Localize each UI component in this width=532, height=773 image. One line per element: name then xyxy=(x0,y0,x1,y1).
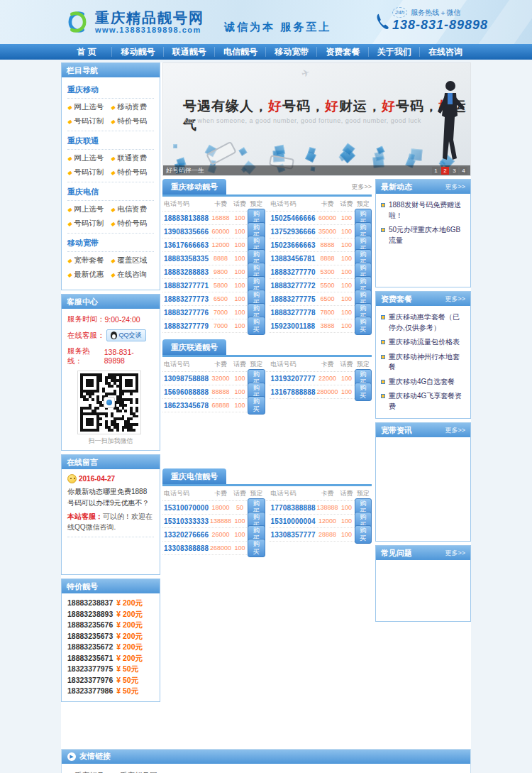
phone-number-link[interactable]: 15023666663 xyxy=(270,241,316,249)
phone-number-link[interactable]: 18883277773 xyxy=(162,295,209,303)
special-number-item[interactable]: 18323377986¥ 50元 xyxy=(67,686,154,697)
phone-number-link[interactable]: 18883813888 xyxy=(162,214,209,222)
special-number-item[interactable]: 18883235672¥ 200元 xyxy=(67,642,154,653)
phone-number-link[interactable]: 13908335666 xyxy=(162,228,209,236)
phone-number-link[interactable]: 15923001188 xyxy=(270,322,316,330)
phone-number-link[interactable]: 18883277771 xyxy=(162,282,209,290)
banner-pager-item[interactable]: 2 xyxy=(441,167,449,175)
sidebar-nav-group-title[interactable]: 重庆电信 xyxy=(67,182,154,201)
main-nav-item[interactable]: 电信靓号 xyxy=(215,44,266,60)
package-item[interactable]: 重庆移动4G自选套餐 xyxy=(380,375,466,390)
main-nav-item[interactable]: 关于我们 xyxy=(369,44,420,60)
sidebar-nav-link[interactable]: ◆网上选号 xyxy=(67,204,111,214)
more-link[interactable]: 更多>> xyxy=(445,423,465,437)
sidebar-nav-link[interactable]: ◆联通资费 xyxy=(111,153,154,163)
special-number-item[interactable]: 18883235673¥ 200元 xyxy=(67,631,154,642)
special-number-item[interactable]: 18883238837¥ 200元 xyxy=(67,598,154,609)
package-item[interactable]: 重庆移动惠学套餐（已停办,仅供参考） xyxy=(380,310,466,335)
sidebar-nav-group-title[interactable]: 重庆移动 xyxy=(67,80,154,99)
phone-number-link[interactable]: 15025466666 xyxy=(270,214,316,222)
special-number-item[interactable]: 18323377976¥ 50元 xyxy=(67,675,154,686)
phone-number-link[interactable]: 18883288883 xyxy=(162,268,209,276)
more-link[interactable]: 更多>> xyxy=(445,180,465,194)
sidebar-nav-link[interactable]: ◆覆盖区域 xyxy=(111,256,154,265)
phone-number-link[interactable]: 13193207777 xyxy=(270,375,316,383)
main-nav-item[interactable]: 首 页 xyxy=(61,44,112,60)
phone-number-link[interactable]: 18883358335 xyxy=(162,255,209,263)
phone-number-link[interactable]: 13320276666 xyxy=(162,531,209,539)
main-nav-item[interactable]: 在线咨询 xyxy=(420,44,471,60)
more-link[interactable]: 更多>> xyxy=(351,182,372,192)
talk-fee-value: 100 xyxy=(232,309,248,316)
banner-subline: No. when someone, a good number, good fo… xyxy=(184,117,421,124)
buy-button[interactable]: 购买 xyxy=(355,317,372,335)
buy-button[interactable]: 购买 xyxy=(248,539,265,557)
phone-number-link[interactable]: 15310333333 xyxy=(162,517,209,525)
site-logo[interactable]: 重庆精品靓号网 www.13883189898.com xyxy=(65,10,204,34)
sidebar-nav-link[interactable]: ◆最新优惠 xyxy=(67,270,111,280)
sidebar-nav-link[interactable]: ◆特价号码 xyxy=(111,168,154,177)
sidebar-nav-link[interactable]: ◆号码订制 xyxy=(67,219,111,229)
phone-number-link[interactable]: 13617666663 xyxy=(162,241,209,249)
hero-banner[interactable]: ✈ 号遇有缘人，好号码，好财运，好号码，好运气 No. when someone… xyxy=(162,62,471,176)
banner-pager-item[interactable]: 3 xyxy=(450,167,458,175)
number-table-tab[interactable]: 重庆电信靓号 xyxy=(162,468,226,484)
phone-number-link[interactable]: 15310000004 xyxy=(270,517,316,525)
sidebar-nav-link[interactable]: ◆网上选号 xyxy=(67,153,111,163)
news-item[interactable]: 50元办理重庆本地6GB流量 xyxy=(380,223,466,248)
qq-chat-button[interactable]: QQ交谈 xyxy=(106,329,146,341)
sidebar-nav-link[interactable]: ◆电信资费 xyxy=(111,204,154,214)
buy-button[interactable]: 购买 xyxy=(248,317,265,335)
more-link[interactable]: 更多>> xyxy=(445,546,465,560)
phone-number-link[interactable]: 18883277775 xyxy=(270,295,316,303)
phone-number-link[interactable]: 17708388888 xyxy=(270,504,316,512)
sidebar-nav-link[interactable]: ◆特价号码 xyxy=(111,219,154,229)
news-item[interactable]: 1888发财号码免费赠送啦！ xyxy=(380,198,466,223)
sidebar-nav-link[interactable]: ◆号码订制 xyxy=(67,168,111,177)
phone-number-link[interactable]: 18623345678 xyxy=(162,402,209,410)
phone-number-link[interactable]: 18883277776 xyxy=(162,309,209,317)
phone-number-link[interactable]: 13167888888 xyxy=(270,388,316,396)
buy-button[interactable]: 购买 xyxy=(355,525,372,544)
phone-number-link[interactable]: 15696088888 xyxy=(162,388,209,396)
main-nav-item[interactable]: 移动宽带 xyxy=(266,44,317,60)
special-number-item[interactable]: 18883238893¥ 200元 xyxy=(67,609,154,620)
special-number-item[interactable]: 18883235676¥ 200元 xyxy=(67,620,154,631)
banner-pager-item[interactable]: 1 xyxy=(432,167,440,175)
sidebar-nav-link[interactable]: ◆特价号码 xyxy=(111,116,154,126)
friend-link[interactable]: 重庆靓号 xyxy=(74,771,104,773)
sidebar-nav-group-title[interactable]: 重庆联通 xyxy=(67,131,154,150)
phone-number-link[interactable]: 18883277778 xyxy=(270,309,316,317)
sidebar-nav-link[interactable]: ◆网上选号 xyxy=(67,102,111,112)
phone-number-link[interactable]: 13883456781 xyxy=(270,255,316,263)
package-item[interactable]: 重庆移动流量包价格表 xyxy=(380,335,466,350)
phone-number-link[interactable]: 18883277779 xyxy=(162,322,209,330)
number-table-tab[interactable]: 重庆联通靓号 xyxy=(162,339,226,355)
sidebar-nav-link[interactable]: ◆宽带套餐 xyxy=(67,256,111,265)
sidebar-nav-group-title[interactable]: 移动宽带 xyxy=(67,234,154,252)
friend-link[interactable]: 重庆靓号网 xyxy=(120,771,157,773)
sidebar-nav-link[interactable]: ◆移动资费 xyxy=(111,102,154,112)
phone-number-link[interactable]: 13752936666 xyxy=(270,228,316,236)
phone-number-link[interactable]: 18883277770 xyxy=(270,268,316,276)
qr-finder xyxy=(80,412,99,432)
more-link[interactable]: 更多>> xyxy=(445,292,465,306)
phone-number-link[interactable]: 13308388888 xyxy=(162,544,209,552)
main-nav-item[interactable]: 移动靓号 xyxy=(112,44,163,60)
special-number-item[interactable]: 18323377975¥ 50元 xyxy=(67,664,154,675)
main-nav-item[interactable]: 联通靓号 xyxy=(164,44,215,60)
sidebar-nav-link[interactable]: ◆在线咨询 xyxy=(111,270,154,280)
phone-number-link[interactable]: 15310070000 xyxy=(162,504,209,512)
special-number-item[interactable]: 18883235671¥ 200元 xyxy=(67,653,154,664)
package-item[interactable]: 重庆移动4G飞享套餐资费 xyxy=(380,389,466,414)
main-nav-item[interactable]: 资费套餐 xyxy=(317,44,368,60)
buy-button[interactable]: 购买 xyxy=(248,396,265,415)
phone-number-link[interactable]: 13308357777 xyxy=(270,531,316,539)
number-table-tab[interactable]: 重庆移动靓号 xyxy=(162,179,226,194)
sidebar-nav-link[interactable]: ◆号码订制 xyxy=(67,116,111,126)
phone-number-link[interactable]: 18883277772 xyxy=(270,282,316,290)
phone-number-link[interactable]: 13098758888 xyxy=(162,375,209,383)
banner-pager-item[interactable]: 4 xyxy=(460,167,467,175)
buy-button[interactable]: 购买 xyxy=(355,383,372,401)
package-item[interactable]: 重庆移动神州行本地套餐 xyxy=(380,350,466,375)
